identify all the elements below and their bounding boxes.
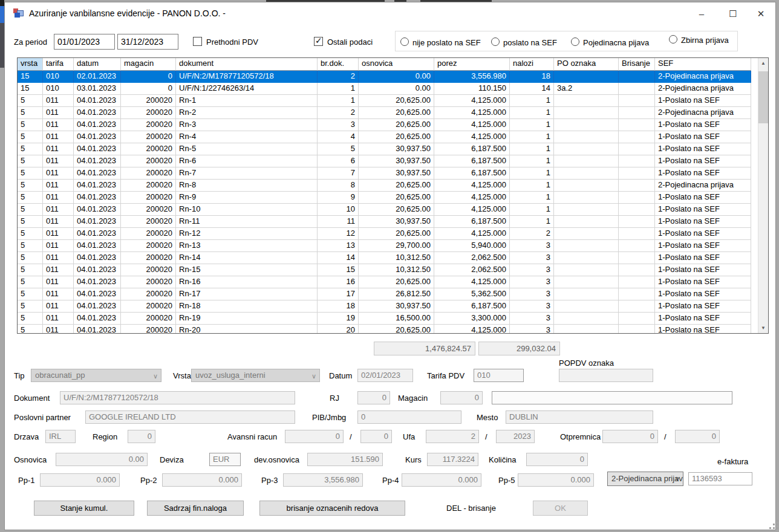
grid-cell: [619, 276, 655, 288]
osnovica-label: Osnovica: [14, 455, 47, 464]
table-row[interactable]: 501104.01.2023200020Rn-191916,500.003,30…: [18, 313, 758, 325]
sef-status-combobox[interactable]: 2-Pojedinacna prijav ∨: [607, 472, 683, 486]
table-row[interactable]: 501104.01.2023200020Rn-8820,625.004,125.…: [18, 180, 758, 192]
slash-separator: /: [664, 432, 667, 441]
table-row[interactable]: 501104.01.2023200020Rn-131329,700.005,94…: [18, 240, 758, 252]
table-row[interactable]: 501104.01.2023200020Rn-5530,937.506,187.…: [18, 143, 758, 155]
scroll-up-icon[interactable]: ▲: [758, 58, 768, 68]
grid-cell: 5,362.500: [434, 288, 510, 300]
grid-cell: 200020: [121, 228, 176, 240]
radio-nije-poslato[interactable]: [400, 37, 409, 46]
grid-cell: [619, 155, 655, 167]
table-row[interactable]: 501104.01.2023200020Rn-1120,625.004,125.…: [18, 95, 758, 107]
popdv-oznaka-label: POPDV oznaka: [559, 358, 614, 368]
grid-cell: 04.01.2023: [74, 155, 121, 167]
column-header-sef[interactable]: SEF: [655, 58, 751, 71]
column-header-dokument[interactable]: dokument: [176, 58, 318, 71]
grid-cell: 200020: [121, 143, 176, 155]
grid-cell: 3: [510, 252, 554, 264]
radio-poslato[interactable]: [491, 37, 500, 46]
sadrzaj-fin-naloga-button[interactable]: Sadrzaj fin.naloga: [147, 501, 244, 516]
grid-cell: 4,125.000: [434, 228, 510, 240]
grid-cell: 3: [510, 325, 554, 333]
date-to-input[interactable]: 31/12/2023: [117, 34, 178, 50]
grid-cell: 5: [18, 131, 43, 143]
column-header-porez[interactable]: porez: [434, 58, 510, 71]
pp3-field: 3,556.980: [283, 473, 363, 487]
vertical-scrollbar[interactable]: ▲ ▼: [758, 58, 768, 333]
table-row[interactable]: 501104.01.2023200020Rn-9920,625.004,125.…: [18, 192, 758, 204]
column-header-po-oznaka[interactable]: PO oznaka: [554, 58, 619, 71]
table-row[interactable]: 501104.01.2023200020Rn-121220,625.004,12…: [18, 228, 758, 240]
grid-cell: 1-Poslato na SEF: [655, 216, 751, 228]
grid-cell: 12: [318, 228, 359, 240]
column-header-nalozi[interactable]: nalozi: [510, 58, 554, 71]
table-row[interactable]: 501104.01.2023200020Rn-4420,625.004,125.…: [18, 131, 758, 143]
chevron-down-icon: ∨: [311, 370, 316, 382]
radio-pojedinacna[interactable]: [571, 37, 579, 46]
grid-cell: 1-Poslato na SEF: [655, 325, 751, 333]
grid-cell: 011: [43, 192, 74, 204]
grid-cell: 13: [318, 240, 359, 252]
kurs-label: Kurs: [405, 455, 422, 464]
table-row[interactable]: 501104.01.2023200020Rn-111130,937.506,18…: [18, 216, 758, 228]
table-row[interactable]: 1501002.01.20230U/F/N:2/M17877120572/182…: [18, 71, 758, 83]
column-header-datum[interactable]: datum: [74, 58, 121, 71]
ok-button[interactable]: OK: [533, 501, 588, 516]
background-window-artifact: [0, 6, 4, 23]
maximize-button[interactable]: ☐: [720, 6, 746, 22]
background-window-artifact: [0, 23, 4, 68]
grid-cell: [619, 216, 655, 228]
grid-cell: 20,625.00: [359, 325, 434, 333]
prethodni-pdv-checkbox[interactable]: [193, 37, 202, 46]
table-row[interactable]: 501104.01.2023200020Rn-171726,812.505,36…: [18, 288, 758, 300]
ostali-podaci-checkbox[interactable]: ✓: [314, 37, 323, 46]
date-from-input[interactable]: 01/01/2023: [54, 34, 115, 50]
column-header-vrsta[interactable]: vrsta: [18, 58, 43, 71]
grid-cell: 19: [318, 313, 359, 325]
resize-grip[interactable]: [769, 527, 771, 529]
grid-cell: 30,937.50: [359, 216, 434, 228]
table-row[interactable]: 501104.01.2023200020Rn-151510,312.502,06…: [18, 264, 758, 276]
grid-cell: 011: [43, 276, 74, 288]
table-row[interactable]: 501104.01.2023200020Rn-181830,937.506,18…: [18, 300, 758, 313]
table-row[interactable]: 501104.01.2023200020Rn-101020,625.004,12…: [18, 204, 758, 216]
table-row[interactable]: 501104.01.2023200020Rn-2220,625.004,125.…: [18, 107, 758, 119]
table-row[interactable]: 501104.01.2023200020Rn-141410,312.502,06…: [18, 252, 758, 264]
close-button[interactable]: ✕: [748, 6, 774, 22]
grid-cell: 1: [510, 95, 554, 107]
brisanje-oznacenih-redova-button[interactable]: brisanje oznacenih redova: [259, 501, 405, 516]
table-row[interactable]: 501104.01.2023200020Rn-202020,625.004,12…: [18, 325, 758, 333]
radio-zbirna-label: Zbirna prijava: [681, 36, 729, 45]
column-header-br-dok-[interactable]: br.dok.: [318, 58, 359, 71]
grid-cell: 5: [18, 264, 43, 276]
radio-zbirna[interactable]: [669, 35, 677, 44]
grid-cell: 26,812.50: [359, 288, 434, 300]
vrsta-combobox: uvoz_usluga_interni ∨: [191, 369, 320, 382]
table-row[interactable]: 1501003.01.20230U/F/N:1/22746263/1410.00…: [18, 83, 758, 95]
grid-cell: Rn-15: [176, 264, 318, 276]
mesto-label: Mesto: [477, 413, 498, 422]
grid-cell: 04.01.2023: [74, 216, 121, 228]
stanje-kumul-button[interactable]: Stanje kumul.: [34, 501, 134, 516]
grid-cell: 011: [43, 204, 74, 216]
grid-cell: 1: [510, 119, 554, 131]
za-period-label: Za period: [14, 37, 47, 47]
grid-body: 1501002.01.20230U/F/N:2/M17877120572/182…: [18, 71, 758, 333]
grid-cell: 11: [318, 216, 359, 228]
table-row[interactable]: 501104.01.2023200020Rn-7730,937.506,187.…: [18, 167, 758, 180]
scroll-down-icon[interactable]: ▼: [758, 323, 768, 333]
column-header-magacin[interactable]: magacin: [121, 58, 176, 71]
minimize-button[interactable]: –: [688, 6, 715, 22]
table-row[interactable]: 501104.01.2023200020Rn-161620,625.004,12…: [18, 276, 758, 288]
grid-cell: 5: [18, 155, 43, 167]
column-header-osnovica[interactable]: osnovica: [359, 58, 434, 71]
table-row[interactable]: 501104.01.2023200020Rn-6630,937.506,187.…: [18, 155, 758, 167]
column-header-brisanje[interactable]: Brisanje: [619, 58, 655, 71]
grid-cell: 5: [18, 288, 43, 300]
grid-cell: 20,625.00: [359, 107, 434, 119]
table-row[interactable]: 501104.01.2023200020Rn-3320,625.004,125.…: [18, 119, 758, 131]
column-header-tarifa[interactable]: tarifa: [43, 58, 74, 71]
grid-cell: [619, 192, 655, 204]
scrollbar-thumb[interactable]: [758, 71, 768, 123]
